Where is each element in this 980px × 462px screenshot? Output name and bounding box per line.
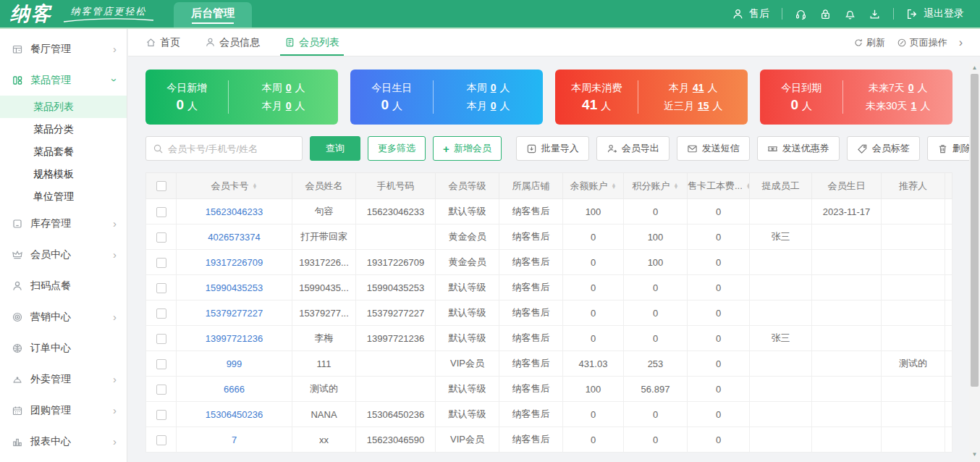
row-checkbox[interactable] (156, 207, 166, 217)
sort-icon[interactable]: ▲▼ (612, 183, 617, 190)
col-balance[interactable]: 余额账户▲▼ (563, 173, 624, 199)
cell-card-no[interactable]: 7 (177, 427, 292, 453)
send-coupon-button[interactable]: 发送优惠券 (757, 136, 840, 161)
sidebar-item-scan-order[interactable]: 扫码点餐 (0, 270, 127, 301)
scroll-up-icon[interactable]: ▲ (969, 62, 980, 72)
col-staff: 提成员工 (750, 173, 812, 199)
sidebar-item-marketing[interactable]: 营销中心 › (0, 301, 127, 332)
sidebar-item-label: 菜品管理 (30, 74, 71, 87)
row-checkbox[interactable] (156, 334, 166, 344)
tab-home[interactable]: 首页 (145, 29, 180, 56)
cell-card-no[interactable]: 13997721236 (177, 326, 292, 351)
sidebar-item-takeout[interactable]: 外卖管理 › (0, 364, 127, 395)
vertical-scrollbar[interactable]: ▲ ▼ (969, 62, 980, 462)
card-sub-value[interactable]: 0 (286, 82, 292, 93)
row-checkbox[interactable] (156, 308, 166, 319)
refresh-button[interactable]: 刷新 (853, 36, 885, 49)
cell-staff (750, 377, 812, 402)
cell-balance: 0 (563, 224, 624, 250)
scroll-down-icon[interactable]: ▼ (969, 449, 980, 459)
sidebar-item-orders[interactable]: 订单中心 (0, 332, 127, 364)
sidebar-item-reports[interactable]: 报表中心 › (0, 426, 127, 457)
tab-member-list[interactable]: 会员列表 (284, 29, 339, 56)
download-icon[interactable] (869, 8, 881, 20)
col-card-fee[interactable]: 售卡工本费...▲▼ (688, 173, 750, 199)
cell-filler (945, 250, 952, 275)
send-sms-label: 发送短信 (702, 142, 740, 155)
cell-store: 纳客售后 (499, 224, 563, 250)
row-checkbox[interactable] (156, 385, 166, 395)
card-sub-value[interactable]: 1 (911, 100, 917, 112)
member-tag-button[interactable]: 会员标签 (847, 136, 920, 161)
content: 今日新增 0人 本周0人 本月0人 今日生日 0人 本周0人 本月0人 (128, 56, 980, 453)
search-button[interactable]: 查询 (310, 136, 360, 161)
app-logo: 纳客 (10, 1, 52, 27)
export-member-button[interactable]: 会员导出 (596, 136, 669, 161)
sidebar-subitem-dish-category[interactable]: 菜品分类 (0, 118, 127, 140)
tag-icon (857, 143, 868, 154)
cell-card-no[interactable]: 4026573374 (177, 224, 292, 250)
row-checkbox[interactable] (156, 410, 166, 420)
headset-icon[interactable] (795, 8, 807, 20)
send-sms-button[interactable]: 发送短信 (677, 136, 750, 161)
sidebar-item-inventory[interactable]: 库存管理 › (0, 208, 127, 239)
cell-name: 句容 (292, 199, 356, 224)
cell-name: 打开带回家 (292, 224, 356, 250)
card-sub-value[interactable]: 0 (286, 100, 292, 112)
sort-icon[interactable]: ▲▼ (253, 183, 258, 190)
card-sub-value[interactable]: 15 (698, 100, 709, 112)
cell-card-no[interactable]: 15306450236 (177, 402, 292, 427)
cell-card-no[interactable]: 6666 (177, 377, 292, 402)
sidebar-item-member-center[interactable]: 会员中心 › (0, 239, 127, 270)
row-checkbox[interactable] (156, 232, 166, 243)
sidebar-subitem-dish-list[interactable]: 菜品列表 (0, 96, 127, 118)
cell-card-no[interactable]: 15990435253 (177, 275, 292, 301)
card-sub-value[interactable]: 0 (491, 82, 497, 93)
backend-tab[interactable]: 后台管理 (174, 2, 252, 28)
cell-card-no[interactable]: 15379277227 (177, 301, 292, 326)
card-sub-label: 本周 (262, 82, 282, 93)
cell-card-no[interactable]: 19317226709 (177, 250, 292, 275)
cell-card-no[interactable]: 15623046233 (177, 199, 292, 224)
scrollbar-thumb[interactable] (971, 74, 979, 387)
bar-chart-icon (12, 436, 23, 448)
lock-icon[interactable] (819, 8, 832, 20)
user-menu[interactable]: 售后 (732, 7, 769, 20)
select-all-checkbox[interactable] (156, 181, 166, 191)
card-sub-value[interactable]: 0 (491, 100, 497, 112)
page-action-button[interactable]: 页面操作 (897, 36, 947, 49)
sidebar-item-label: 订单中心 (30, 342, 71, 355)
sidebar-subitem-unit-manage[interactable]: 单位管理 (0, 185, 127, 208)
bell-icon[interactable] (844, 8, 856, 20)
batch-import-button[interactable]: 批量导入 (516, 136, 589, 161)
card-sub-unit: 人 (712, 100, 722, 112)
sidebar-subitem-dish-combo[interactable]: 菜品套餐 (0, 140, 127, 163)
col-card-no[interactable]: 会员卡号▲▼ (177, 173, 292, 199)
card-sub-value[interactable]: 0 (908, 82, 914, 93)
row-checkbox[interactable] (156, 258, 166, 268)
tab-member-info[interactable]: 会员信息 (205, 29, 260, 56)
search-input[interactable] (168, 143, 295, 154)
cell-store: 纳客售后 (499, 250, 563, 275)
row-checkbox[interactable] (156, 359, 166, 369)
card-value: 41 (582, 97, 597, 112)
cell-card-no[interactable]: 999 (177, 351, 292, 377)
row-checkbox[interactable] (156, 435, 166, 445)
logout-button[interactable]: 退出登录 (906, 7, 964, 20)
add-member-button[interactable]: +新增会员 (433, 136, 502, 161)
col-points[interactable]: 积分账户▲▼ (624, 173, 688, 199)
col-label: 推荐人 (899, 180, 927, 191)
page-action-arrow-icon[interactable]: › (959, 36, 963, 49)
sidebar-item-restaurant[interactable]: 餐厅管理 › (0, 33, 127, 64)
col-label: 会员等级 (449, 180, 486, 191)
row-checkbox[interactable] (156, 283, 166, 293)
sidebar-item-dishes[interactable]: 菜品管理 › (0, 64, 127, 96)
member-table: 会员卡号▲▼ 会员姓名 手机号码 会员等级 所属店铺 余额账户▲▼ 积分账户▲▼… (145, 172, 952, 453)
sort-icon[interactable]: ▲▼ (746, 183, 750, 190)
sidebar-item-groupbuy[interactable]: 团购管理 › (0, 395, 127, 426)
sort-icon[interactable]: ▲▼ (674, 183, 679, 190)
card-sub-value[interactable]: 41 (693, 82, 704, 93)
card-title: 今日生日 (371, 82, 412, 95)
sidebar-subitem-spec-template[interactable]: 规格模板 (0, 163, 127, 185)
more-filter-button[interactable]: 更多筛选 (368, 136, 426, 161)
